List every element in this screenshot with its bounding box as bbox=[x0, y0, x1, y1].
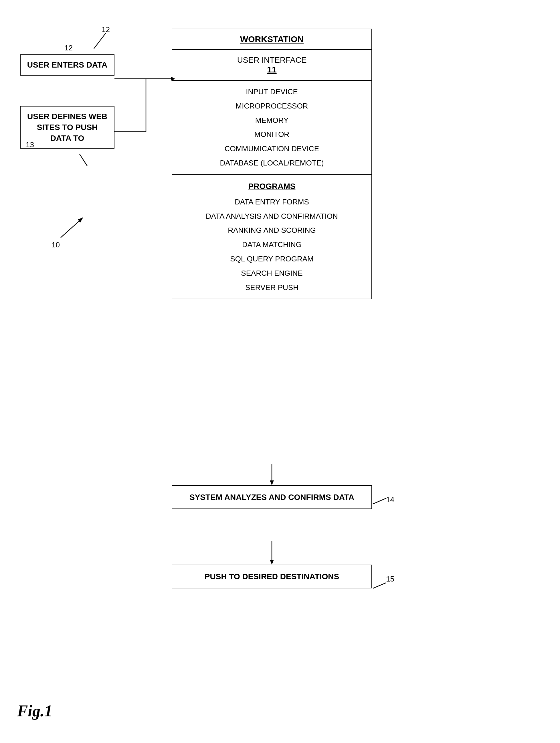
user-enters-data-box: USER ENTERS DATA bbox=[20, 54, 114, 76]
ref-14: 14 bbox=[386, 494, 394, 505]
svg-marker-9 bbox=[270, 480, 274, 485]
system-analyzes-box: SYSTEM ANALYZES AND CONFIRMS DATA 14 bbox=[172, 485, 372, 509]
svg-marker-13 bbox=[270, 560, 274, 565]
ui-label: USER INTERFACE bbox=[237, 55, 307, 64]
user-defines-web-sites-box: USER DEFINES WEB SITES TO PUSH DATA TO bbox=[20, 106, 114, 148]
program-data-analysis: DATA ANALYSIS AND CONFIRMATION bbox=[175, 209, 369, 224]
component-database: DATABASE (LOCAL/REMOTE) bbox=[175, 156, 369, 170]
program-ranking: RANKING AND SCORING bbox=[175, 223, 369, 237]
component-input-device: INPUT DEVICE bbox=[175, 85, 369, 99]
figure-label: Fig.1 bbox=[17, 702, 52, 720]
svg-marker-12 bbox=[270, 560, 272, 565]
svg-line-6 bbox=[61, 218, 83, 237]
svg-line-5 bbox=[80, 154, 87, 166]
ui-number: 11 bbox=[175, 65, 369, 75]
svg-marker-7 bbox=[78, 218, 83, 223]
program-data-matching: DATA MATCHING bbox=[175, 237, 369, 252]
ref-15: 15 bbox=[386, 574, 394, 584]
component-microprocessor: MICROPROCESSOR bbox=[175, 99, 369, 114]
component-memory: MEMORY bbox=[175, 114, 369, 128]
component-monitor: MONITOR bbox=[175, 127, 369, 142]
ref-12: 12 bbox=[102, 25, 110, 34]
svg-line-0 bbox=[94, 33, 106, 49]
workstation-box: WORKSTATION USER INTERFACE 11 INPUT DEVI… bbox=[172, 29, 372, 299]
program-data-entry: DATA ENTRY FORMS bbox=[175, 195, 369, 209]
workstation-header: WORKSTATION bbox=[172, 29, 371, 50]
programs-label: PROGRAMS bbox=[175, 179, 369, 195]
ui-section: USER INTERFACE 11 bbox=[172, 50, 371, 81]
program-server-push: SERVER PUSH bbox=[175, 280, 369, 295]
svg-line-14 bbox=[373, 583, 386, 588]
components-section: INPUT DEVICE MICROPROCESSOR MEMORY MONIT… bbox=[172, 81, 371, 175]
svg-line-10 bbox=[373, 498, 386, 504]
push-destinations-box: PUSH TO DESIRED DESTINATIONS 15 bbox=[172, 565, 372, 588]
ref-12-label: 12 bbox=[64, 44, 73, 52]
program-search-engine: SEARCH ENGINE bbox=[175, 266, 369, 280]
ref-13: 13 bbox=[26, 140, 34, 149]
programs-section: PROGRAMS DATA ENTRY FORMS DATA ANALYSIS … bbox=[172, 175, 371, 299]
component-communication: COMMUMICATION DEVICE bbox=[175, 142, 369, 156]
ref-10: 10 bbox=[51, 241, 60, 249]
program-sql: SQL QUERY PROGRAM bbox=[175, 252, 369, 266]
